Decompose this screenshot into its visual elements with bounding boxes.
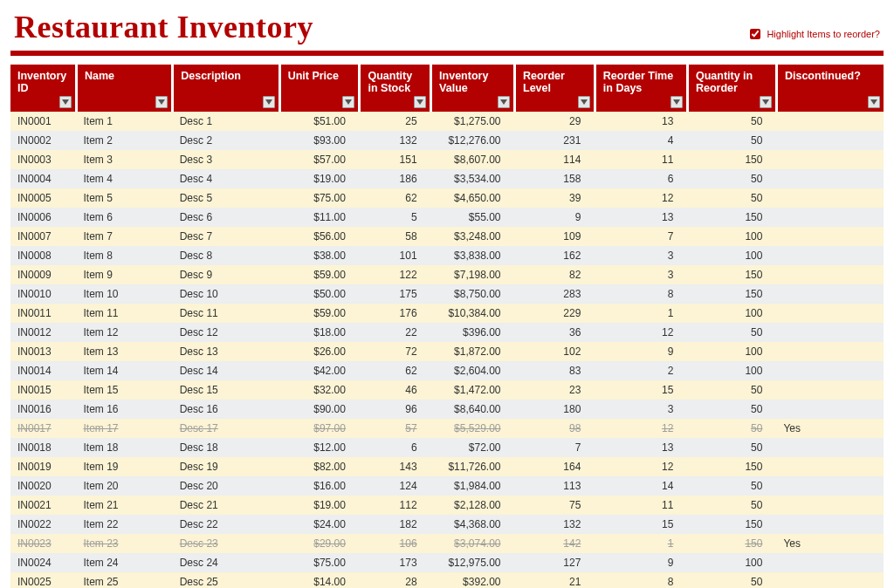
cell-reorder_time[interactable]: 8: [595, 572, 687, 588]
cell-inv_value[interactable]: $12,975.00: [431, 553, 515, 572]
cell-reorder_qty[interactable]: 50: [687, 169, 776, 188]
cell-inv_value[interactable]: $4,650.00: [431, 188, 515, 208]
cell-inv_value[interactable]: $1,872.00: [431, 342, 515, 361]
cell-reorder_qty[interactable]: 50: [687, 131, 776, 150]
cell-qty_in_stock[interactable]: 182: [360, 515, 431, 534]
table-row[interactable]: IN0013Item 13Desc 13$26.0072$1,872.00102…: [10, 342, 884, 361]
cell-qty_in_stock[interactable]: 58: [360, 227, 431, 246]
cell-discontinued[interactable]: [776, 208, 884, 227]
filter-dropdown-icon[interactable]: [498, 96, 510, 108]
cell-reorder_time[interactable]: 13: [595, 208, 687, 227]
cell-name[interactable]: Item 3: [77, 150, 173, 169]
cell-name[interactable]: Item 18: [77, 438, 173, 457]
cell-inv_value[interactable]: $396.00: [431, 323, 515, 342]
cell-reorder_level[interactable]: 109: [515, 227, 595, 246]
cell-unit_price[interactable]: $51.00: [279, 112, 360, 131]
cell-inv_value[interactable]: $3,074.00: [431, 534, 515, 553]
cell-unit_price[interactable]: $82.00: [279, 457, 360, 476]
table-row[interactable]: IN0003Item 3Desc 3$57.00151$8,607.001141…: [10, 150, 884, 169]
cell-discontinued[interactable]: [776, 227, 884, 246]
cell-reorder_level[interactable]: 75: [515, 496, 595, 515]
cell-reorder_level[interactable]: 36: [515, 323, 595, 342]
cell-id[interactable]: IN0023: [10, 534, 77, 553]
cell-id[interactable]: IN0012: [10, 323, 77, 342]
table-row[interactable]: IN0014Item 14Desc 14$42.0062$2,604.00832…: [10, 361, 884, 380]
cell-name[interactable]: Item 17: [77, 419, 173, 438]
table-row[interactable]: IN0008Item 8Desc 8$38.00101$3,838.001623…: [10, 246, 884, 265]
cell-reorder_qty[interactable]: 100: [687, 304, 776, 323]
cell-reorder_level[interactable]: 158: [515, 169, 595, 188]
table-row[interactable]: IN0019Item 19Desc 19$82.00143$11,726.001…: [10, 457, 884, 476]
cell-id[interactable]: IN0022: [10, 515, 77, 534]
cell-discontinued[interactable]: [776, 380, 884, 400]
table-row[interactable]: IN0005Item 5Desc 5$75.0062$4,650.0039125…: [10, 188, 884, 208]
cell-unit_price[interactable]: $29.00: [279, 534, 360, 553]
cell-inv_value[interactable]: $7,198.00: [431, 265, 515, 284]
cell-id[interactable]: IN0017: [10, 419, 77, 438]
cell-discontinued[interactable]: [776, 553, 884, 572]
cell-unit_price[interactable]: $93.00: [279, 131, 360, 150]
cell-unit_price[interactable]: $18.00: [279, 323, 360, 342]
cell-reorder_qty[interactable]: 50: [687, 476, 776, 496]
table-row[interactable]: IN0020Item 20Desc 20$16.00124$1,984.0011…: [10, 476, 884, 496]
cell-id[interactable]: IN0007: [10, 227, 77, 246]
table-row[interactable]: IN0025Item 25Desc 25$14.0028$392.0021850: [10, 572, 884, 588]
cell-unit_price[interactable]: $56.00: [279, 227, 360, 246]
cell-qty_in_stock[interactable]: 96: [360, 400, 431, 419]
cell-description[interactable]: Desc 12: [173, 323, 279, 342]
cell-description[interactable]: Desc 11: [173, 304, 279, 323]
table-row[interactable]: IN0015Item 15Desc 15$32.0046$1,472.00231…: [10, 380, 884, 400]
cell-reorder_time[interactable]: 12: [595, 419, 687, 438]
cell-reorder_time[interactable]: 3: [595, 400, 687, 419]
cell-name[interactable]: Item 7: [77, 227, 173, 246]
table-row[interactable]: IN0012Item 12Desc 12$18.0022$396.0036125…: [10, 323, 884, 342]
cell-id[interactable]: IN0013: [10, 342, 77, 361]
cell-reorder_time[interactable]: 9: [595, 342, 687, 361]
cell-name[interactable]: Item 4: [77, 169, 173, 188]
table-row[interactable]: IN0021Item 21Desc 21$19.00112$2,128.0075…: [10, 496, 884, 515]
table-row[interactable]: IN0010Item 10Desc 10$50.00175$8,750.0028…: [10, 284, 884, 304]
cell-reorder_qty[interactable]: 100: [687, 342, 776, 361]
cell-id[interactable]: IN0005: [10, 188, 77, 208]
cell-id[interactable]: IN0020: [10, 476, 77, 496]
cell-description[interactable]: Desc 14: [173, 361, 279, 380]
cell-discontinued[interactable]: [776, 131, 884, 150]
cell-reorder_qty[interactable]: 50: [687, 323, 776, 342]
cell-discontinued[interactable]: Yes: [776, 419, 884, 438]
cell-qty_in_stock[interactable]: 186: [360, 169, 431, 188]
cell-description[interactable]: Desc 9: [173, 265, 279, 284]
filter-dropdown-icon[interactable]: [155, 96, 168, 108]
cell-discontinued[interactable]: [776, 246, 884, 265]
cell-discontinued[interactable]: [776, 169, 884, 188]
cell-reorder_qty[interactable]: 150: [687, 150, 776, 169]
column-header-reorder_qty[interactable]: Quantity in Reorder: [687, 65, 776, 112]
cell-description[interactable]: Desc 20: [173, 476, 279, 496]
table-row[interactable]: IN0009Item 9Desc 9$59.00122$7,198.008231…: [10, 265, 884, 284]
cell-inv_value[interactable]: $1,275.00: [431, 112, 515, 131]
cell-unit_price[interactable]: $59.00: [279, 265, 360, 284]
table-row[interactable]: IN0018Item 18Desc 18$12.006$72.0071350: [10, 438, 884, 457]
cell-reorder_qty[interactable]: 150: [687, 284, 776, 304]
cell-reorder_level[interactable]: 113: [515, 476, 595, 496]
cell-reorder_time[interactable]: 13: [595, 438, 687, 457]
cell-unit_price[interactable]: $97.00: [279, 419, 360, 438]
cell-reorder_level[interactable]: 83: [515, 361, 595, 380]
cell-discontinued[interactable]: [776, 457, 884, 476]
cell-reorder_time[interactable]: 11: [595, 150, 687, 169]
cell-reorder_time[interactable]: 11: [595, 496, 687, 515]
table-row[interactable]: IN0004Item 4Desc 4$19.00186$3,534.001586…: [10, 169, 884, 188]
cell-reorder_level[interactable]: 21: [515, 572, 595, 588]
cell-description[interactable]: Desc 10: [173, 284, 279, 304]
table-row[interactable]: IN0006Item 6Desc 6$11.005$55.00913150: [10, 208, 884, 227]
table-row[interactable]: IN0016Item 16Desc 16$90.0096$8,640.00180…: [10, 400, 884, 419]
column-header-description[interactable]: Description: [173, 65, 279, 112]
cell-description[interactable]: Desc 8: [173, 246, 279, 265]
cell-reorder_level[interactable]: 229: [515, 304, 595, 323]
cell-reorder_level[interactable]: 98: [515, 419, 595, 438]
cell-qty_in_stock[interactable]: 28: [360, 572, 431, 588]
cell-qty_in_stock[interactable]: 57: [360, 419, 431, 438]
column-header-unit_price[interactable]: Unit Price: [279, 65, 360, 112]
cell-reorder_level[interactable]: 164: [515, 457, 595, 476]
cell-unit_price[interactable]: $90.00: [279, 400, 360, 419]
cell-id[interactable]: IN0009: [10, 265, 77, 284]
